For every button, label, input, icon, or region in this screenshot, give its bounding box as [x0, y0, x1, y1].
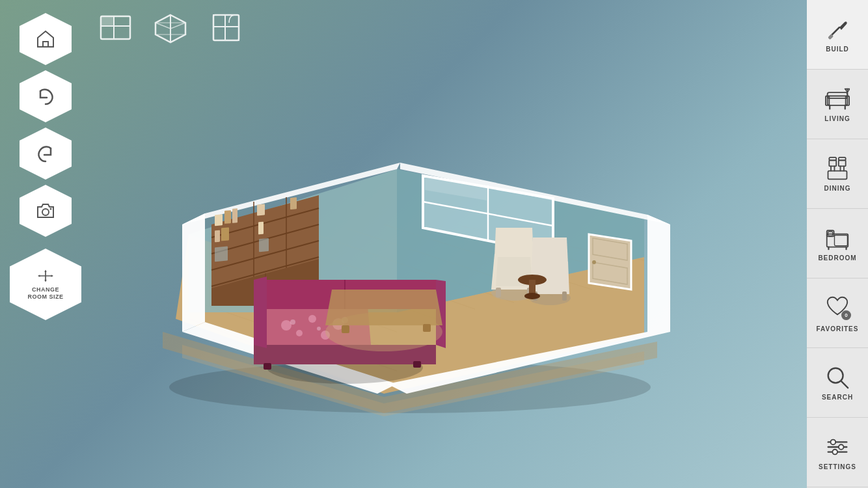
sidebar-dining-label: DINING — [824, 185, 851, 192]
camera-button[interactable] — [20, 185, 72, 237]
undo-button[interactable] — [20, 70, 72, 122]
favorites-badge: 0 — [841, 310, 851, 320]
svg-rect-83 — [264, 363, 271, 370]
svg-rect-64 — [562, 291, 567, 301]
change-room-size-label: CHANGE ROOM SIZE — [27, 286, 63, 301]
svg-marker-86 — [325, 290, 442, 325]
sofa-icon — [825, 87, 850, 111]
change-room-size-button[interactable]: CHANGE ROOM SIZE — [10, 249, 81, 320]
svg-point-71 — [281, 320, 292, 331]
sidebar-item-living[interactable]: LIVING — [807, 70, 868, 139]
svg-line-98 — [156, 23, 170, 29]
svg-rect-99 — [213, 15, 239, 40]
svg-marker-110 — [44, 280, 46, 282]
svg-rect-88 — [423, 324, 431, 332]
sidebar-build-label: BUILD — [826, 46, 849, 53]
svg-marker-81 — [254, 277, 267, 348]
room-3d-view — [98, 33, 683, 423]
svg-point-72 — [308, 315, 316, 323]
svg-rect-131 — [828, 170, 847, 179]
svg-rect-124 — [829, 160, 836, 166]
bed-icon — [825, 226, 850, 251]
svg-marker-20 — [647, 215, 670, 332]
svg-marker-62 — [532, 237, 568, 264]
right-sidebar: BUILD LIVING — [807, 0, 868, 488]
chair-icon — [825, 156, 850, 181]
svg-rect-41 — [259, 238, 269, 252]
svg-rect-36 — [290, 197, 297, 210]
svg-point-106 — [50, 208, 52, 210]
sidebar-item-settings[interactable]: SETTINGS — [807, 418, 868, 487]
svg-point-77 — [317, 327, 321, 331]
svg-point-67 — [524, 293, 540, 299]
svg-point-76 — [290, 319, 295, 325]
svg-rect-115 — [828, 96, 848, 105]
top-toolbar — [98, 10, 244, 46]
sidebar-bedroom-label: BEDROOM — [818, 254, 856, 262]
sidebar-settings-label: SETTINGS — [819, 463, 856, 470]
svg-rect-37 — [215, 230, 220, 243]
svg-marker-109 — [44, 270, 46, 272]
svg-rect-34 — [232, 208, 237, 223]
sliders-icon — [825, 435, 850, 459]
svg-rect-57 — [496, 288, 501, 297]
svg-rect-35 — [257, 204, 265, 216]
svg-point-144 — [839, 444, 844, 450]
2d-view-button[interactable] — [98, 10, 133, 46]
svg-point-105 — [42, 209, 49, 215]
svg-marker-112 — [51, 275, 53, 277]
svg-rect-39 — [258, 222, 264, 235]
sidebar-item-build[interactable]: BUILD — [807, 0, 868, 70]
sidebar-favorites-label: FAVORITES — [817, 325, 859, 332]
svg-rect-32 — [215, 214, 223, 226]
svg-rect-33 — [224, 210, 231, 224]
3d-box-view-button[interactable] — [153, 10, 189, 46]
svg-rect-128 — [839, 160, 846, 166]
svg-point-145 — [832, 449, 837, 454]
sidebar-item-dining[interactable]: DINING — [807, 139, 868, 209]
svg-point-143 — [831, 439, 836, 444]
home-button[interactable] — [20, 13, 72, 65]
redo-button[interactable] — [20, 128, 72, 180]
svg-rect-38 — [221, 227, 229, 241]
floorplan-view-button[interactable] — [208, 10, 244, 46]
svg-rect-84 — [413, 361, 421, 368]
sidebar-item-favorites[interactable]: 0 FAVORITES — [807, 278, 868, 348]
svg-line-139 — [841, 381, 848, 387]
sidebar-item-bedroom[interactable]: BEDROOM — [807, 209, 868, 278]
left-toolbar: CHANGE ROOM SIZE — [0, 0, 91, 488]
svg-rect-87 — [342, 325, 349, 333]
sidebar-living-label: LIVING — [824, 115, 850, 122]
heart-badge-container: 0 — [825, 294, 850, 321]
svg-rect-101 — [225, 27, 239, 40]
sidebar-item-search[interactable]: SEARCH — [807, 348, 868, 418]
svg-marker-56 — [495, 228, 534, 257]
svg-point-53 — [592, 260, 596, 264]
search-icon — [825, 365, 850, 390]
sidebar-search-label: SEARCH — [822, 394, 853, 401]
main-canvas: CHANGE ROOM SIZE — [0, 0, 807, 488]
svg-marker-19 — [182, 213, 205, 332]
svg-rect-135 — [834, 235, 847, 245]
trowel-icon — [825, 17, 850, 42]
svg-rect-100 — [213, 15, 225, 27]
svg-rect-92 — [101, 16, 114, 26]
svg-rect-104 — [43, 42, 48, 47]
svg-point-74 — [296, 330, 303, 336]
svg-line-97 — [170, 23, 185, 29]
svg-marker-111 — [38, 275, 40, 277]
svg-rect-40 — [215, 247, 228, 262]
